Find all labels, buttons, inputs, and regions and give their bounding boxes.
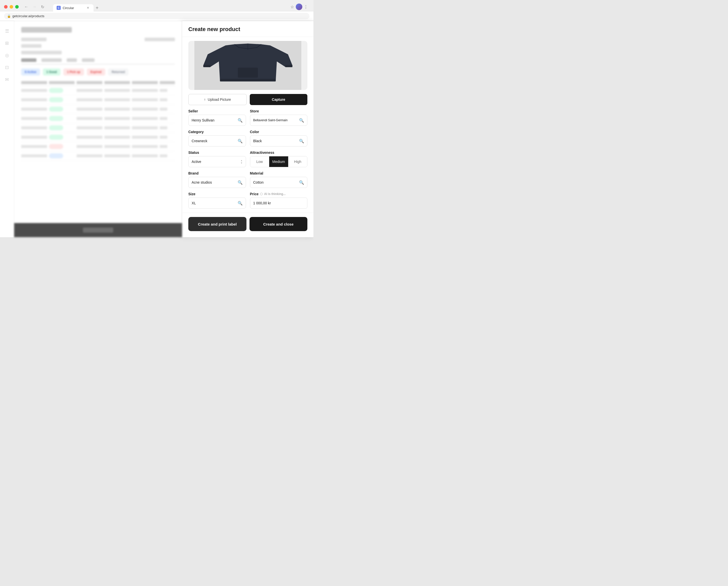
address-bar[interactable]: 🔒 getcircular.ai/products [4,13,309,19]
store-input[interactable]: Bellavendi Saint-Germain 🔍 [250,115,308,126]
brand-input[interactable]: Acne studios 🔍 [188,177,246,188]
create-and-close-button[interactable]: Create and close [250,217,308,231]
close-window-button[interactable] [4,5,7,8]
store-group: Store Bellavendi Saint-Germain 🔍 [250,109,308,126]
seller-label: Seller [188,109,246,113]
customer-info-row [21,37,175,41]
sidebar-icon-5[interactable]: ✉ [2,75,12,85]
status-label: Status [188,151,246,155]
price-input[interactable]: 1 000,00 kr [250,197,308,209]
tab-notes [67,58,77,62]
traffic-lights [4,5,19,8]
attractiveness-low-button[interactable]: Low [250,156,270,167]
back-button[interactable]: ← [23,3,30,10]
main-content: ☰ ⊞ ◎ ⊡ ✉ 6 Active 1 Good 1 Pick up [0,21,313,237]
ai-thinking-indicator: AI is thinking... [260,192,286,196]
td-status [49,144,63,149]
td-color [132,89,158,92]
table-row [21,142,175,151]
th-status [49,81,75,84]
color-group: Color Black 🔍 [250,130,308,146]
browser-tab[interactable]: C Circular ✕ [53,4,94,11]
td-category [104,145,130,148]
size-value: XL [192,201,196,205]
create-and-print-button[interactable]: Create and print label [188,217,247,231]
td-sku [21,108,47,111]
td-brand [77,117,102,120]
profile-avatar[interactable] [296,3,302,10]
td-category [104,98,130,101]
sidebar-icon-3[interactable]: ◎ [2,50,12,60]
td-category [104,126,130,129]
forward-button[interactable]: → [31,3,38,10]
capture-button-label: Capture [272,98,285,102]
sidebar-icon-4[interactable]: ⊡ [2,62,12,73]
sidebar-icon-1[interactable]: ☰ [2,26,12,36]
color-value: Black [253,139,262,143]
material-input[interactable]: Cotton 🔍 [250,177,308,188]
td-color [132,154,158,157]
bottom-action-bar [14,223,182,237]
left-panel-background: 6 Active 1 Good 1 Pick up Expired Return… [14,21,182,237]
product-form: Seller Henry Sullivan 🔍 Store Bellavendi… [182,109,313,213]
color-input[interactable]: Black 🔍 [250,135,308,146]
th-sku [21,81,47,84]
bookmark-button[interactable]: ☆ [289,3,296,10]
tab-title: Circular [63,6,74,10]
td-status [49,116,63,121]
filter-badges: 6 Active 1 Good 1 Pick up Expired Return… [21,69,175,76]
browser-menu-button[interactable]: ⋮ [302,3,309,10]
attractiveness-medium-button[interactable]: Medium [269,156,288,167]
size-price-row: Size XL 🔍 Price AI is thinking... [188,192,307,209]
lock-icon: 🔒 [7,15,11,18]
price-label-row: Price AI is thinking... [250,192,308,196]
minimize-window-button[interactable] [9,5,13,8]
attractiveness-high-button[interactable]: High [288,156,307,167]
product-image [188,41,307,90]
tab-products [21,58,36,62]
upload-icon: ↑ [204,98,206,102]
attractiveness-group-wrapper: Attractiveness Low Medium High [250,151,308,167]
customer-id [21,37,47,41]
select-arrows: ▲ ▼ [241,159,243,164]
seller-value: Henry Sullivan [192,118,215,122]
th-size [160,81,175,84]
attractiveness-medium-label: Medium [272,160,285,164]
seller-input[interactable]: Henry Sullivan 🔍 [188,115,246,126]
brand-material-row: Brand Acne studios 🔍 Material Cotton 🔍 [188,171,307,188]
tab-favicon: C [57,6,61,10]
seller-group: Seller Henry Sullivan 🔍 [188,109,246,126]
maximize-window-button[interactable] [15,5,19,8]
tab-close-button[interactable]: ✕ [86,6,90,10]
td-color [132,117,158,120]
td-size [160,89,167,92]
customer-date [21,44,42,48]
size-group: Size XL 🔍 [188,192,246,209]
size-input[interactable]: XL 🔍 [188,197,246,209]
products-table [21,80,175,161]
upload-picture-button[interactable]: ↑ Upload Picture [188,94,247,105]
store-search-icon: 🔍 [299,118,304,123]
svg-rect-4 [285,65,293,67]
browser-chrome: ← → ↻ C Circular ✕ + ☆ ⋮ 🔒 getcircular.a… [0,0,313,21]
new-tab-button[interactable]: + [94,4,101,11]
url-text: getcircular.ai/products [12,14,44,18]
upload-button-label: Upload Picture [208,98,231,102]
td-sku [21,136,47,139]
refresh-button[interactable]: ↻ [39,3,46,10]
category-input[interactable]: Crewneck 🔍 [188,135,246,146]
td-sku [21,98,47,101]
color-label: Color [250,130,308,134]
sidebar-icon-2[interactable]: ⊞ [2,38,12,48]
td-category [104,89,130,92]
capture-button[interactable]: Capture [250,94,308,105]
td-sku [21,145,47,148]
material-search-icon: 🔍 [299,180,304,185]
attractiveness-selector: Low Medium High [250,156,308,167]
image-buttons: ↑ Upload Picture Capture [182,94,313,109]
td-brand [77,108,102,111]
status-select[interactable]: Active ▲ ▼ [188,156,246,167]
color-search-icon: 🔍 [299,139,304,143]
td-status [49,88,63,93]
table-row [21,151,175,161]
